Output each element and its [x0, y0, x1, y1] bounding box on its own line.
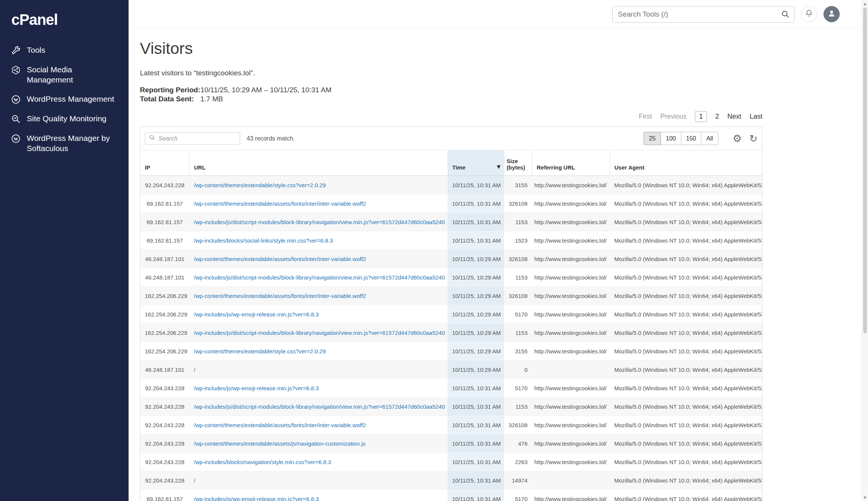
- time-cell: 10/11/25, 10:31 AM: [448, 453, 504, 471]
- referrer-cell: http://www.testingcookies.lol/: [532, 231, 610, 250]
- url-link[interactable]: /wp-content/themes/extendable/assets/fon…: [194, 293, 366, 299]
- url-link[interactable]: /: [194, 367, 195, 373]
- column-header-time[interactable]: Time ▼: [448, 150, 504, 176]
- url-link[interactable]: /wp-includes/js/wp-emoji-release.min.js?…: [194, 385, 319, 391]
- time-cell: 10/11/25, 10:31 AM: [448, 490, 504, 501]
- table-row: 92.204.243.228 /wp-content/themes/extend…: [140, 176, 762, 194]
- ip-cell: 162.254.206.229: [140, 342, 189, 360]
- url-link[interactable]: /wp-includes/js/dist/script-modules/bloc…: [194, 403, 445, 410]
- url-cell: /wp-includes/js/dist/script-modules/bloc…: [189, 213, 448, 231]
- sidebar-item-site-quality-monitoring[interactable]: Site Quality Monitoring: [0, 109, 129, 128]
- url-cell: /: [189, 471, 448, 490]
- size-cell: 1153: [504, 324, 532, 342]
- size-cell: 0: [504, 360, 532, 379]
- ip-cell: 92.204.243.228: [140, 176, 189, 194]
- user-menu-button[interactable]: [824, 6, 840, 22]
- user-agent-cell: Mozilla/5.0 (Windows NT 10.0; Win64; x64…: [610, 397, 762, 416]
- page-size-group: 25 100 150 All: [644, 132, 718, 145]
- column-header-url[interactable]: URL: [189, 150, 448, 176]
- scroll-down-arrow-icon[interactable]: ▼: [862, 494, 868, 501]
- pagination-page-1[interactable]: 1: [695, 111, 707, 122]
- time-cell: 10/11/25, 10:29 AM: [448, 268, 504, 287]
- url-link[interactable]: /wp-content/themes/extendable/style.css?…: [194, 348, 326, 354]
- referrer-cell: [532, 360, 610, 379]
- user-agent-cell: Mozilla/5.0 (Windows NT 10.0; Win64; x64…: [610, 471, 762, 490]
- url-cell: /wp-includes/js/wp-emoji-release.min.js?…: [189, 490, 448, 501]
- table-row: 69.162.81.157 /wp-includes/js/wp-emoji-r…: [140, 490, 762, 501]
- column-header-ip[interactable]: IP: [140, 150, 189, 176]
- url-link[interactable]: /wp-content/themes/extendable/assets/fon…: [194, 422, 366, 428]
- url-link[interactable]: /wp-includes/js/dist/script-modules/bloc…: [194, 330, 445, 336]
- sidebar-item-wordpress-manager-softaculous[interactable]: W WordPress Manager by Softaculous: [0, 128, 129, 158]
- search-icon: [781, 10, 790, 20]
- time-cell: 10/11/25, 10:29 AM: [448, 342, 504, 360]
- pagination-previous[interactable]: Previous: [660, 113, 687, 121]
- table-row: 69.162.81.157 /wp-includes/js/dist/scrip…: [140, 213, 762, 231]
- column-header-size[interactable]: Size (bytes): [504, 150, 532, 176]
- refresh-icon[interactable]: ↻: [749, 134, 758, 144]
- pagination-page-2[interactable]: 2: [715, 113, 719, 121]
- monitor-magnifier-icon: [11, 114, 21, 124]
- sidebar-item-wordpress-management[interactable]: W WordPress Management: [0, 89, 129, 109]
- url-link[interactable]: /wp-content/themes/extendable/style.css?…: [194, 182, 326, 188]
- table-search-input[interactable]: [158, 135, 236, 142]
- table-row: 162.254.206.229 /wp-content/themes/exten…: [140, 342, 762, 360]
- notifications-button[interactable]: [801, 6, 817, 22]
- url-link[interactable]: /wp-content/themes/extendable/assets/fon…: [194, 200, 366, 207]
- page-size-all[interactable]: All: [701, 132, 718, 145]
- page-size-25[interactable]: 25: [644, 132, 661, 145]
- pagination-last[interactable]: Last: [750, 113, 762, 121]
- referrer-cell: [532, 471, 610, 490]
- table-row: 46.248.187.101 / 10/11/25, 10:29 AM 0 Mo…: [140, 360, 762, 379]
- scroll-up-arrow-icon[interactable]: ▲: [862, 0, 868, 7]
- url-link[interactable]: /wp-includes/blocks/social-links/style.m…: [194, 237, 333, 244]
- url-cell: /wp-includes/js/wp-emoji-release.min.js?…: [189, 379, 448, 397]
- page-size-100[interactable]: 100: [661, 132, 681, 145]
- referrer-cell: http://www.testingcookies.lol/: [532, 379, 610, 397]
- url-link[interactable]: /wp-includes/blocks/navigation/style.min…: [194, 459, 331, 465]
- url-cell: /wp-content/themes/extendable/style.css?…: [189, 342, 448, 360]
- page-size-150[interactable]: 150: [681, 132, 702, 145]
- ip-cell: 46.248.187.101: [140, 268, 189, 287]
- scrollbar-thumb[interactable]: [863, 8, 867, 333]
- time-cell: 10/11/25, 10:29 AM: [448, 287, 504, 305]
- table-row: 92.204.243.228 / 10/11/25, 10:31 AM 1497…: [140, 471, 762, 490]
- column-header-referring-url[interactable]: Referring URL: [532, 150, 610, 176]
- url-link[interactable]: /wp-includes/js/dist/script-modules/bloc…: [194, 219, 445, 225]
- sidebar-menu: Tools Social Media Management W WordPres…: [0, 40, 129, 158]
- user-agent-cell: Mozilla/5.0 (Windows NT 10.0; Win64; x64…: [610, 379, 762, 397]
- referrer-cell: http://www.testingcookies.lol/: [532, 453, 610, 471]
- url-link[interactable]: /wp-content/themes/extendable/assets/fon…: [194, 256, 366, 262]
- url-link[interactable]: /wp-includes/js/wp-emoji-release.min.js?…: [194, 496, 319, 501]
- referrer-cell: http://www.testingcookies.lol/: [532, 268, 610, 287]
- ip-cell: 92.204.243.228: [140, 379, 189, 397]
- table-row: 92.204.243.228 /wp-includes/js/dist/scri…: [140, 397, 762, 416]
- table-row: 162.254.206.229 /wp-includes/js/wp-emoji…: [140, 305, 762, 324]
- referrer-cell: http://www.testingcookies.lol/: [532, 324, 610, 342]
- user-agent-cell: Mozilla/5.0 (Windows NT 10.0; Win64; x64…: [610, 360, 762, 379]
- sidebar-item-tools[interactable]: Tools: [0, 40, 129, 60]
- pagination-first[interactable]: First: [639, 113, 652, 121]
- url-link[interactable]: /wp-includes/js/dist/script-modules/bloc…: [194, 274, 445, 281]
- settings-gear-icon[interactable]: ⚙: [733, 133, 742, 144]
- ip-cell: 92.204.243.228: [140, 434, 189, 453]
- ip-cell: 162.254.206.229: [140, 287, 189, 305]
- url-link[interactable]: /wp-includes/js/wp-emoji-release.min.js?…: [194, 311, 319, 318]
- ip-cell: 69.162.81.157: [140, 231, 189, 250]
- vertical-scrollbar[interactable]: ▲ ▼: [862, 0, 868, 501]
- url-cell: /wp-includes/js/dist/script-modules/bloc…: [189, 268, 448, 287]
- size-cell: 476: [504, 434, 532, 453]
- pagination-next[interactable]: Next: [727, 113, 741, 121]
- time-cell: 10/11/25, 10:31 AM: [448, 471, 504, 490]
- user-agent-cell: Mozilla/5.0 (Windows NT 10.0; Win64; x64…: [610, 194, 762, 213]
- column-header-user-agent[interactable]: User Agent: [610, 150, 762, 176]
- table-header-row: IP URL Time ▼ Size (bytes) Referring URL…: [140, 150, 762, 176]
- table-toolbar: 43 records match. 25 100 150 All ⚙ ↻: [140, 127, 762, 150]
- sidebar-item-social-media-management[interactable]: Social Media Management: [0, 60, 129, 89]
- user-agent-cell: Mozilla/5.0 (Windows NT 10.0; Win64; x64…: [610, 324, 762, 342]
- tools-search-input[interactable]: [612, 6, 794, 23]
- url-link[interactable]: /wp-content/themes/extendable/assets/js/…: [194, 440, 365, 447]
- cpanel-logo[interactable]: cPanel: [0, 0, 129, 34]
- reporting-period-label: Reporting Period:: [140, 86, 200, 94]
- url-link[interactable]: /: [194, 477, 195, 484]
